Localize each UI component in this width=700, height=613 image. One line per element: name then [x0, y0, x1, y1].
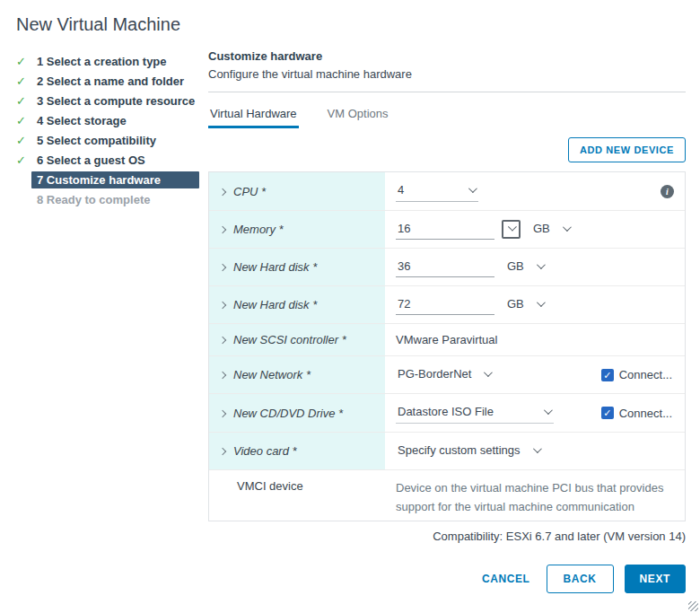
hardware-row-cpu: CPU * 4 i — [209, 172, 685, 211]
step-label: Select a creation type — [47, 55, 167, 68]
hardware-row-hard-disk-2: New Hard disk * GB — [209, 286, 685, 324]
scsi-controller-value: VMware Paravirtual — [396, 332, 497, 347]
check-icon: ✓ — [16, 55, 26, 68]
step-label: Select compatibility — [47, 134, 156, 147]
step-select-storage[interactable]: ✓ 4 Select storage — [16, 110, 199, 130]
step-label: Select a guest OS — [47, 153, 145, 167]
step-number: 8 — [37, 193, 43, 206]
network-connect-label: Connect... — [619, 367, 672, 382]
disk1-unit-select[interactable]: GB — [505, 257, 547, 277]
expand-chevron-icon[interactable] — [219, 448, 226, 455]
expand-chevron-icon[interactable] — [219, 188, 226, 195]
check-icon: ✓ — [16, 94, 26, 108]
info-icon[interactable]: i — [661, 185, 674, 198]
step-number: 3 — [37, 94, 43, 108]
hardware-row-label: VMCI device — [237, 478, 303, 494]
chevron-down-icon — [563, 223, 572, 232]
new-vm-wizard-dialog: New Virtual Machine ✓ 1 Select a creatio… — [0, 0, 700, 613]
back-button[interactable]: BACK — [547, 565, 614, 593]
step-customize-hardware[interactable]: 7 Customize hardware — [16, 170, 199, 189]
expand-chevron-icon[interactable] — [219, 409, 226, 416]
hardware-row-label: New Hard disk * — [233, 259, 317, 275]
step-number: 1 — [37, 55, 43, 68]
resize-handle[interactable] — [688, 601, 698, 611]
step-label: Ready to complete — [47, 193, 151, 206]
network-connect-checkbox[interactable]: ✓ — [601, 369, 614, 381]
hardware-row-label: CPU * — [233, 184, 266, 199]
hardware-row-label: Memory * — [233, 222, 284, 237]
add-new-device-button[interactable]: ADD NEW DEVICE — [568, 137, 686, 162]
tab-vm-options[interactable]: VM Options — [326, 100, 390, 128]
panel-heading: Customize hardware — [208, 49, 686, 63]
wizard-content: ✓ 1 Select a creation type ✓ 2 Select a … — [0, 35, 700, 593]
wizard-steps-sidebar: ✓ 1 Select a creation type ✓ 2 Select a … — [16, 49, 199, 593]
vmci-description: Device on the virtual machine PCI bus th… — [396, 478, 674, 521]
hardware-row-vmci-device: VMCI device Device on the virtual machin… — [209, 470, 685, 521]
cpu-count-select[interactable]: 4 — [396, 180, 478, 202]
memory-size-input[interactable] — [396, 220, 494, 240]
step-number: 5 — [37, 134, 43, 147]
step-number: 4 — [37, 114, 43, 127]
expand-chevron-icon[interactable] — [219, 337, 226, 344]
next-button[interactable]: NEXT — [625, 565, 686, 593]
chevron-down-icon — [508, 223, 517, 232]
chevron-down-icon — [537, 260, 546, 269]
divider — [208, 92, 686, 92]
expand-chevron-icon[interactable] — [219, 264, 226, 271]
chevron-down-icon — [484, 368, 493, 377]
tab-virtual-hardware[interactable]: Virtual Hardware — [208, 100, 299, 128]
hardware-row-hard-disk-1: New Hard disk * GB — [209, 249, 685, 286]
expand-chevron-icon[interactable] — [219, 302, 226, 309]
wizard-footer: CANCEL BACK NEXT — [208, 565, 686, 593]
step-number: 2 — [37, 74, 43, 88]
check-icon: ✓ — [16, 153, 26, 167]
chevron-down-icon — [533, 444, 542, 453]
hardware-row-label: New SCSI controller * — [233, 332, 346, 347]
step-label: Select storage — [47, 114, 127, 127]
hardware-row-label: New Hard disk * — [233, 297, 317, 312]
video-card-select[interactable]: Specify custom settings — [396, 441, 543, 461]
compatibility-note: Compatibility: ESXi 6.7 and later (VM ve… — [208, 530, 686, 543]
cd-dvd-connect-checkbox[interactable]: ✓ — [601, 407, 614, 419]
disk2-unit-select[interactable]: GB — [505, 294, 547, 315]
memory-dropdown-button[interactable] — [502, 220, 521, 239]
expand-chevron-icon[interactable] — [219, 226, 226, 233]
hardware-row-label: Video card * — [233, 443, 297, 459]
step-number: 6 — [37, 153, 43, 167]
hardware-row-label: New Network * — [233, 367, 311, 382]
step-label: Select a compute resource — [47, 94, 195, 108]
chevron-down-icon — [544, 406, 553, 415]
panel-subheading: Configure the virtual machine hardware — [208, 67, 686, 81]
cancel-button[interactable]: CANCEL — [477, 565, 536, 592]
disk1-size-input[interactable] — [396, 258, 494, 277]
tab-bar: Virtual Hardware VM Options — [208, 100, 686, 128]
step-select-compatibility[interactable]: ✓ 5 Select compatibility — [16, 130, 199, 150]
hardware-table: CPU * 4 i Memory * — [208, 171, 686, 521]
disk2-size-input[interactable] — [396, 295, 494, 315]
hardware-row-network: New Network * PG-BorderNet ✓ Connect... — [209, 356, 685, 394]
check-icon: ✓ — [16, 114, 26, 127]
step-select-compute-resource[interactable]: ✓ 3 Select a compute resource — [16, 91, 199, 110]
step-select-creation-type[interactable]: ✓ 1 Select a creation type — [16, 51, 199, 71]
check-icon: ✓ — [16, 134, 26, 147]
step-label: Select a name and folder — [47, 74, 184, 88]
network-select[interactable]: PG-BorderNet — [396, 364, 494, 385]
page-title: New Virtual Machine — [0, 0, 700, 35]
memory-unit-select[interactable]: GB — [531, 219, 573, 240]
check-icon: ✓ — [16, 74, 26, 88]
hardware-row-scsi-controller: New SCSI controller * VMware Paravirtual — [209, 324, 685, 356]
cd-dvd-source-select[interactable]: Datastore ISO File — [396, 402, 554, 424]
chevron-down-icon — [537, 298, 546, 307]
cd-dvd-connect-label: Connect... — [619, 406, 672, 421]
step-content-panel: Customize hardware Configure the virtual… — [199, 49, 686, 593]
step-number: 7 — [37, 173, 43, 187]
step-select-name-folder[interactable]: ✓ 2 Select a name and folder — [16, 71, 199, 91]
step-select-guest-os[interactable]: ✓ 6 Select a guest OS — [16, 150, 199, 170]
hardware-row-cd-dvd: New CD/DVD Drive * Datastore ISO File ✓ … — [209, 394, 685, 433]
chevron-down-icon — [468, 184, 477, 193]
hardware-row-label: New CD/DVD Drive * — [233, 406, 343, 421]
hardware-row-video-card: Video card * Specify custom settings — [209, 433, 685, 470]
step-label: Customize hardware — [47, 173, 161, 187]
hardware-row-memory: Memory * GB — [209, 211, 685, 249]
expand-chevron-icon[interactable] — [219, 372, 226, 379]
